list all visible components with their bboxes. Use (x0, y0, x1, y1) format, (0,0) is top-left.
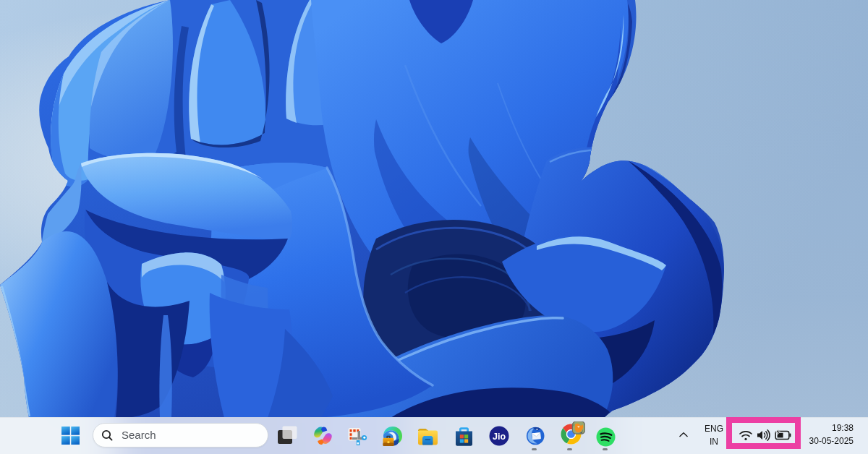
svg-text:Jio: Jio (493, 432, 506, 442)
